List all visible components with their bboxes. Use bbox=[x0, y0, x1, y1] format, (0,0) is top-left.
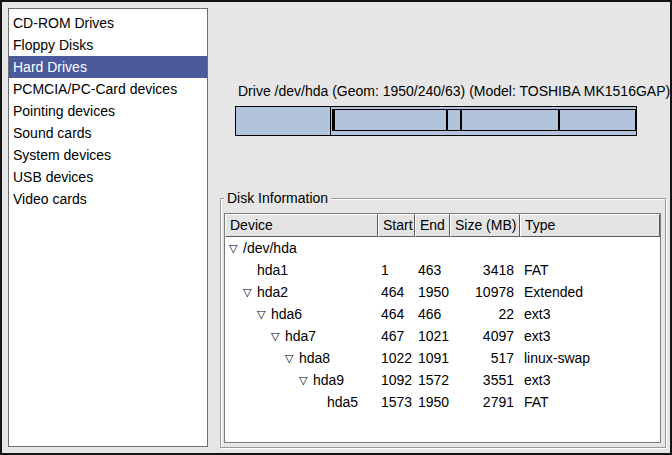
sidebar-item-pointing-devices[interactable]: Pointing devices bbox=[9, 100, 207, 122]
device-category-list: CD-ROM DrivesFloppy DisksHard DrivesPCMC… bbox=[8, 8, 208, 447]
partition-segment-hda9 bbox=[461, 109, 559, 131]
partition-segment-hda8 bbox=[447, 109, 461, 131]
column-header-end[interactable]: End bbox=[415, 214, 450, 237]
device-cell: hda1 bbox=[225, 259, 378, 281]
size-cell: 22 bbox=[450, 303, 520, 325]
end-cell: 1091 bbox=[415, 347, 450, 369]
table-row-hda6[interactable]: ▽hda646446622ext3 bbox=[225, 303, 660, 325]
table-row-hda1[interactable]: hda114633418FAT bbox=[225, 259, 660, 281]
tree-indent bbox=[229, 270, 243, 271]
start-cell: 467 bbox=[378, 325, 415, 347]
start-cell: 1092 bbox=[378, 369, 415, 391]
size-cell: 2791 bbox=[450, 391, 520, 413]
table-row-hda8[interactable]: ▽hda810221091517linux-swap bbox=[225, 347, 660, 369]
end-cell: 1572 bbox=[415, 369, 450, 391]
sidebar-item-pcmcia-pc-card-devices[interactable]: PCMCIA/PC-Card devices bbox=[9, 78, 207, 100]
column-header-start[interactable]: Start bbox=[378, 214, 415, 237]
end-cell bbox=[415, 237, 450, 259]
type-cell: FAT bbox=[520, 259, 660, 281]
tree-indent bbox=[229, 336, 271, 337]
hardware-browser-window: { "sidebar": { "items": [ {"label": "CD-… bbox=[0, 0, 672, 455]
disk-table-header: DeviceStartEndSize (MB)Type bbox=[225, 214, 660, 237]
device-name: hda6 bbox=[271, 303, 302, 325]
tree-indent bbox=[229, 292, 243, 293]
device-name: hda8 bbox=[299, 347, 330, 369]
device-name: hda1 bbox=[257, 259, 288, 281]
device-cell: ▽/dev/hda bbox=[225, 237, 378, 259]
device-cell: ▽hda2 bbox=[225, 281, 378, 303]
table-row-hda7[interactable]: ▽hda746710214097ext3 bbox=[225, 325, 660, 347]
tree-expander-icon[interactable]: ▽ bbox=[271, 325, 285, 347]
partition-extended-region-hda2 bbox=[332, 109, 635, 131]
type-cell: ext3 bbox=[520, 369, 660, 391]
partition-segment-hda7 bbox=[334, 109, 447, 131]
drive-info-label: Drive /dev/hda (Geom: 1950/240/63) (Mode… bbox=[238, 83, 670, 99]
type-cell: ext3 bbox=[520, 303, 660, 325]
tree-expander-icon[interactable]: ▽ bbox=[257, 303, 271, 325]
device-cell: ▽hda9 bbox=[225, 369, 378, 391]
table-row-hda2[interactable]: ▽hda2464195010978Extended bbox=[225, 281, 660, 303]
tree-expander-icon[interactable]: ▽ bbox=[285, 347, 299, 369]
partition-segment-hda1 bbox=[236, 107, 331, 135]
disk-information-frame: Disk Information DeviceStartEndSize (MB)… bbox=[220, 198, 666, 448]
table-row-dev-hda[interactable]: ▽/dev/hda bbox=[225, 237, 660, 259]
drive-partition-bar bbox=[235, 106, 637, 136]
start-cell: 1573 bbox=[378, 391, 415, 413]
sidebar-item-hard-drives[interactable]: Hard Drives bbox=[9, 56, 207, 78]
end-cell: 1950 bbox=[415, 391, 450, 413]
type-cell: ext3 bbox=[520, 325, 660, 347]
end-cell: 466 bbox=[415, 303, 450, 325]
size-cell: 3551 bbox=[450, 369, 520, 391]
disk-information-legend: Disk Information bbox=[224, 190, 331, 206]
type-cell: Extended bbox=[520, 281, 660, 303]
size-cell: 517 bbox=[450, 347, 520, 369]
size-cell: 4097 bbox=[450, 325, 520, 347]
disk-table: DeviceStartEndSize (MB)Type ▽/dev/hdahda… bbox=[224, 213, 661, 443]
end-cell: 463 bbox=[415, 259, 450, 281]
tree-expander-icon[interactable]: ▽ bbox=[229, 237, 243, 259]
disk-table-body: ▽/dev/hdahda114633418FAT▽hda246419501097… bbox=[225, 237, 660, 413]
start-cell: 1022 bbox=[378, 347, 415, 369]
column-header-type[interactable]: Type bbox=[520, 214, 660, 237]
sidebar-item-sound-cards[interactable]: Sound cards bbox=[9, 122, 207, 144]
tree-indent bbox=[229, 402, 313, 403]
size-cell bbox=[450, 237, 520, 259]
tree-indent bbox=[229, 380, 299, 381]
start-cell: 1 bbox=[378, 259, 415, 281]
end-cell: 1021 bbox=[415, 325, 450, 347]
tree-indent bbox=[229, 358, 285, 359]
device-name: hda2 bbox=[257, 281, 288, 303]
tree-expander-icon[interactable]: ▽ bbox=[243, 281, 257, 303]
sidebar-item-floppy-disks[interactable]: Floppy Disks bbox=[9, 34, 207, 56]
sidebar-item-system-devices[interactable]: System devices bbox=[9, 144, 207, 166]
device-name: hda9 bbox=[313, 369, 344, 391]
device-cell: ▽hda6 bbox=[225, 303, 378, 325]
size-cell: 10978 bbox=[450, 281, 520, 303]
tree-indent bbox=[229, 314, 257, 315]
device-cell: ▽hda8 bbox=[225, 347, 378, 369]
partition-segment-hda5 bbox=[559, 109, 636, 131]
table-row-hda9[interactable]: ▽hda9109215723551ext3 bbox=[225, 369, 660, 391]
sidebar-item-video-cards[interactable]: Video cards bbox=[9, 188, 207, 210]
sidebar-item-usb-devices[interactable]: USB devices bbox=[9, 166, 207, 188]
device-cell: hda5 bbox=[225, 391, 378, 413]
device-cell: ▽hda7 bbox=[225, 325, 378, 347]
type-cell: linux-swap bbox=[520, 347, 660, 369]
column-header-size-mb[interactable]: Size (MB) bbox=[450, 214, 520, 237]
size-cell: 3418 bbox=[450, 259, 520, 281]
tree-expander-icon[interactable]: ▽ bbox=[299, 369, 313, 391]
start-cell bbox=[378, 237, 415, 259]
start-cell: 464 bbox=[378, 303, 415, 325]
end-cell: 1950 bbox=[415, 281, 450, 303]
device-name: hda5 bbox=[327, 391, 358, 413]
table-row-hda5[interactable]: hda5157319502791FAT bbox=[225, 391, 660, 413]
type-cell bbox=[520, 237, 660, 259]
type-cell: FAT bbox=[520, 391, 660, 413]
start-cell: 464 bbox=[378, 281, 415, 303]
device-name: hda7 bbox=[285, 325, 316, 347]
sidebar-item-cd-rom-drives[interactable]: CD-ROM Drives bbox=[9, 12, 207, 34]
device-name: /dev/hda bbox=[243, 237, 297, 259]
column-header-device[interactable]: Device bbox=[225, 214, 378, 237]
